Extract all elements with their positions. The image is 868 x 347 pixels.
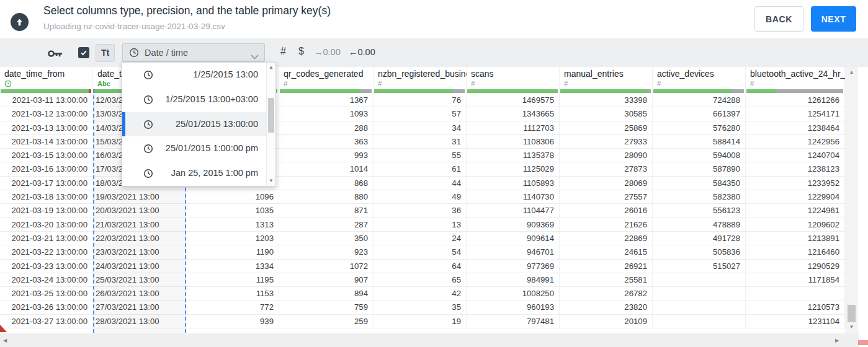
table-cell[interactable]: 1224961 bbox=[746, 204, 845, 217]
table-cell[interactable]: 2021-03-25 13:00:00 bbox=[0, 287, 93, 300]
table-cell[interactable]: 2021-03-21 13:00:00 bbox=[0, 232, 93, 245]
table-cell[interactable]: 1343665 bbox=[467, 107, 560, 120]
column-header-scans[interactable]: scans# bbox=[467, 67, 560, 94]
table-cell[interactable]: 1210573 bbox=[746, 301, 845, 314]
table-cell[interactable]: 588414 bbox=[653, 135, 746, 148]
table-cell[interactable]: 1108306 bbox=[467, 135, 560, 148]
table-cell[interactable]: 27933 bbox=[560, 135, 653, 148]
table-cell[interactable]: 478889 bbox=[653, 218, 746, 231]
table-cell[interactable]: 363 bbox=[279, 135, 374, 148]
text-type-button[interactable]: Tt bbox=[96, 44, 115, 62]
table-cell[interactable]: 1334 bbox=[186, 260, 279, 273]
decrease-decimal-button[interactable]: →0.00 bbox=[314, 47, 341, 57]
table-cell[interactable]: 1213891 bbox=[746, 232, 845, 245]
table-cell[interactable]: 24 bbox=[374, 232, 467, 245]
table-cell[interactable]: 350 bbox=[279, 232, 374, 245]
table-cell[interactable]: 491728 bbox=[653, 232, 746, 245]
table-cell[interactable] bbox=[653, 301, 746, 314]
next-button[interactable]: NEXT bbox=[811, 6, 856, 32]
table-cell[interactable]: 1231104 bbox=[746, 315, 845, 328]
table-cell[interactable]: 907 bbox=[279, 273, 374, 286]
datetime-format-option[interactable]: Jan 25, 2015 1:00 pm bbox=[122, 161, 267, 186]
table-cell[interactable]: 1135378 bbox=[467, 149, 560, 162]
table-cell[interactable]: 26782 bbox=[560, 287, 653, 300]
table-cell[interactable]: 1035 bbox=[186, 204, 279, 217]
table-cell[interactable]: 1190 bbox=[186, 245, 279, 258]
table-cell[interactable]: 587890 bbox=[653, 162, 746, 175]
table-cell[interactable]: 1171854 bbox=[746, 273, 845, 286]
table-cell[interactable]: 1072 bbox=[279, 260, 374, 273]
table-cell[interactable]: 13 bbox=[374, 218, 467, 231]
menu-scroll-down-button[interactable]: ▼ bbox=[267, 177, 275, 185]
vertical-scrollbar[interactable]: ▲ ▼ bbox=[845, 67, 858, 333]
table-cell[interactable]: 1261266 bbox=[746, 94, 845, 107]
table-cell[interactable]: 1014 bbox=[279, 162, 374, 175]
table-cell[interactable]: 287 bbox=[279, 218, 374, 231]
table-cell[interactable]: 2021-03-15 13:00:00 bbox=[0, 149, 93, 162]
table-cell[interactable]: 1367 bbox=[279, 94, 374, 107]
back-button[interactable]: BACK bbox=[754, 6, 803, 32]
table-cell[interactable]: 724288 bbox=[653, 94, 746, 107]
table-cell[interactable]: 76 bbox=[374, 94, 467, 107]
table-cell[interactable]: 35 bbox=[374, 301, 467, 314]
table-cell[interactable]: 868 bbox=[279, 177, 374, 190]
table-cell[interactable]: 977369 bbox=[467, 260, 560, 273]
table-cell[interactable]: 33398 bbox=[560, 94, 653, 107]
table-cell[interactable]: 1112703 bbox=[467, 121, 560, 134]
table-cell[interactable]: 871 bbox=[279, 204, 374, 217]
table-cell[interactable]: 21626 bbox=[560, 218, 653, 231]
table-cell[interactable]: 23820 bbox=[560, 301, 653, 314]
table-cell[interactable] bbox=[746, 287, 845, 300]
table-cell[interactable]: 2021-03-17 13:00:00 bbox=[0, 177, 93, 190]
table-cell[interactable]: 31 bbox=[374, 135, 467, 148]
table-cell[interactable]: 1238123 bbox=[746, 162, 845, 175]
table-cell[interactable]: 1313 bbox=[186, 218, 279, 231]
datetime-format-option[interactable]: 25/01/2015 1:00:00 pm bbox=[122, 136, 267, 161]
table-cell[interactable]: 2021-03-22 13:00:00 bbox=[0, 245, 93, 258]
table-cell[interactable]: 1238464 bbox=[746, 121, 845, 134]
table-cell[interactable]: 54 bbox=[374, 245, 467, 258]
table-cell[interactable]: 36 bbox=[374, 204, 467, 217]
menu-scrollbar[interactable]: ▲ ▼ bbox=[266, 63, 275, 186]
table-cell[interactable]: 55 bbox=[374, 149, 467, 162]
table-cell[interactable]: 20/03/2021 13:00 bbox=[93, 204, 186, 217]
column-header-date_time_from[interactable]: date_time_from bbox=[0, 67, 93, 94]
table-cell[interactable]: 42 bbox=[374, 287, 467, 300]
column-header-manual_entries[interactable]: manual_entries# bbox=[560, 67, 653, 94]
table-cell[interactable]: 797481 bbox=[467, 315, 560, 328]
table-cell[interactable]: 61 bbox=[374, 162, 467, 175]
increase-decimal-button[interactable]: ←0.00 bbox=[349, 47, 375, 57]
table-cell[interactable]: 1195 bbox=[186, 273, 279, 286]
table-cell[interactable]: 515027 bbox=[653, 260, 746, 273]
number-type-button[interactable]: # bbox=[280, 46, 286, 57]
table-cell[interactable]: 22869 bbox=[560, 232, 653, 245]
table-cell[interactable]: 984991 bbox=[467, 273, 560, 286]
table-cell[interactable]: 1229904 bbox=[746, 190, 845, 203]
table-cell[interactable]: 1140730 bbox=[467, 190, 560, 203]
table-cell[interactable]: 26016 bbox=[560, 204, 653, 217]
table-cell[interactable]: 505836 bbox=[653, 245, 746, 258]
table-cell[interactable]: 1203 bbox=[186, 232, 279, 245]
table-cell[interactable]: 27557 bbox=[560, 190, 653, 203]
currency-type-button[interactable]: $ bbox=[298, 46, 304, 57]
scroll-down-button[interactable]: ▼ bbox=[845, 323, 858, 331]
table-cell[interactable]: 28069 bbox=[560, 177, 653, 190]
table-cell[interactable]: 1153 bbox=[186, 287, 279, 300]
table-cell[interactable]: 25/03/2021 13:00 bbox=[93, 273, 186, 286]
table-cell[interactable]: 34 bbox=[374, 121, 467, 134]
table-cell[interactable]: 1254171 bbox=[746, 107, 845, 120]
table-cell[interactable]: 556123 bbox=[653, 204, 746, 217]
table-cell[interactable]: 28090 bbox=[560, 149, 653, 162]
table-cell[interactable]: 2021-03-16 13:00:00 bbox=[0, 162, 93, 175]
table-cell[interactable]: 24615 bbox=[560, 245, 653, 258]
table-cell[interactable]: 1290529 bbox=[746, 260, 845, 273]
table-cell[interactable]: 2021-03-27 13:00:00 bbox=[0, 315, 93, 328]
table-cell[interactable]: 2021-03-11 13:00:00 bbox=[0, 94, 93, 107]
table-cell[interactable]: 21/03/2021 13:00 bbox=[93, 218, 186, 231]
table-cell[interactable]: 946701 bbox=[467, 245, 560, 258]
table-cell[interactable]: 939 bbox=[186, 315, 279, 328]
table-cell[interactable]: 1008250 bbox=[467, 287, 560, 300]
table-cell[interactable]: 594008 bbox=[653, 149, 746, 162]
table-cell[interactable]: 2021-03-13 13:00:00 bbox=[0, 121, 93, 134]
table-cell[interactable]: 23/03/2021 13:00 bbox=[93, 245, 186, 258]
